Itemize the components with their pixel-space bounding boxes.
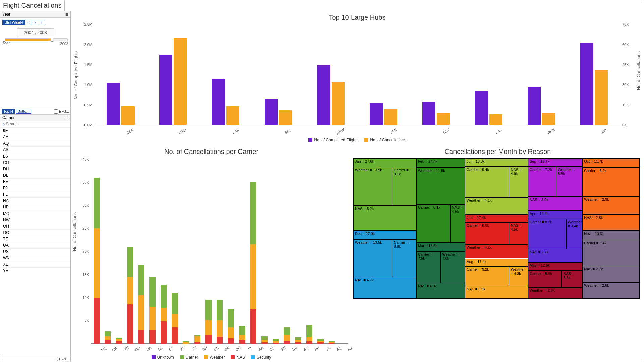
treemap-cell[interactable]: Carrier = 5.9k	[528, 270, 562, 287]
bottomn-button[interactable]: Botto...	[16, 109, 31, 114]
bar[interactable]	[183, 342, 189, 344]
bar[interactable]	[228, 309, 234, 327]
bar[interactable]	[284, 327, 290, 335]
treemap-cell[interactable]: Weather = 2.9k	[582, 196, 640, 215]
list-item[interactable]: F9	[0, 185, 70, 191]
bar[interactable]	[205, 300, 211, 320]
list-item[interactable]: B6	[0, 153, 70, 160]
treemap-cell[interactable]: NAS = 2.8k	[582, 215, 640, 230]
treemap-cell[interactable]: Carrier = 8.8k	[465, 222, 509, 244]
treemap-cell[interactable]: Carrier = 6.0k	[582, 168, 640, 196]
treemap-cell[interactable]: NAS = 2.7k	[528, 249, 582, 262]
bar[interactable]	[105, 336, 111, 340]
bar[interactable]	[161, 308, 167, 321]
treemap-cell[interactable]: Jun = 17.4k	[465, 215, 528, 223]
treemap-cell[interactable]: Carrier = 9.1k	[392, 167, 416, 206]
bar[interactable]	[528, 87, 541, 125]
bar[interactable]	[250, 244, 256, 309]
menu-icon[interactable]: ☰	[65, 13, 68, 16]
bar[interactable]	[205, 320, 211, 335]
treemap-cell[interactable]: Weather = 4.3k	[509, 266, 528, 286]
bar[interactable]	[94, 298, 100, 344]
treemap-cell[interactable]: Dec = 27.0k	[353, 231, 416, 239]
bar[interactable]	[250, 182, 256, 245]
treemap-cell[interactable]: Feb = 24.4k	[416, 158, 465, 168]
bar[interactable]	[116, 339, 122, 341]
treemap-cell[interactable]: Weather = 13.5k	[353, 239, 392, 277]
treemap-cell[interactable]: Weather = 5.5k	[556, 167, 582, 197]
bar[interactable]	[172, 327, 178, 344]
bar[interactable]	[105, 331, 111, 336]
treemap-cell[interactable]: Sep = 15.7k	[528, 158, 582, 167]
bar[interactable]	[212, 79, 225, 125]
list-item[interactable]: CO	[0, 160, 70, 166]
bar[interactable]	[116, 341, 122, 344]
bar[interactable]	[174, 38, 187, 125]
eq-button[interactable]: =	[38, 20, 44, 25]
carrier-list[interactable]: 9EAAAQASB6CODHDLEVF9FLHAHPMQNWOHOOTZUAUS…	[0, 127, 70, 356]
bar[interactable]	[261, 342, 267, 344]
bar[interactable]	[261, 340, 267, 342]
bar[interactable]	[422, 102, 435, 125]
bar[interactable]	[437, 113, 450, 125]
treemap-cell[interactable]: NAS = 2.7k	[582, 266, 640, 283]
bar[interactable]	[273, 339, 279, 341]
treemap-cell[interactable]: NAS = 3.9k	[465, 286, 528, 299]
bar[interactable]	[149, 307, 155, 330]
treemap-cell[interactable]: Mar = 18.5k	[416, 243, 465, 252]
treemap-cell[interactable]: Carrier = 8.8k	[392, 239, 416, 277]
treemap-cell[interactable]: Oct = 11.7k	[582, 158, 640, 168]
treemap-cell[interactable]: Carrier = 5.4k	[582, 240, 640, 266]
bar[interactable]	[127, 277, 133, 305]
bar[interactable]	[329, 343, 335, 344]
bar[interactable]	[239, 340, 245, 344]
bar[interactable]	[273, 343, 279, 344]
bar[interactable]	[205, 335, 211, 344]
treemap-cell[interactable]: May = 12.6k	[528, 262, 582, 270]
bar[interactable]	[595, 70, 608, 125]
list-item[interactable]: OO	[0, 230, 70, 236]
treemap-cell[interactable]: Apr = 14.4k	[528, 210, 582, 219]
list-item[interactable]: TZ	[0, 236, 70, 242]
bar[interactable]	[250, 309, 256, 344]
treemap-cell[interactable]: Aug = 17.4k	[465, 259, 528, 267]
treemap-cell[interactable]: NAS = 4.9k	[509, 167, 528, 197]
bar[interactable]	[116, 338, 122, 339]
treemap-cell[interactable]: NAS = 3.8k	[562, 270, 583, 287]
bar[interactable]	[295, 337, 301, 340]
bar[interactable]	[261, 336, 267, 340]
bar[interactable]	[489, 114, 502, 125]
bar[interactable]	[317, 65, 330, 125]
list-item[interactable]: US	[0, 249, 70, 255]
bar[interactable]	[284, 341, 290, 344]
bar[interactable]	[317, 339, 323, 341]
list-item[interactable]: AQ	[0, 140, 70, 147]
bar[interactable]	[580, 43, 593, 125]
treemap-cell[interactable]: Weather = 3.4k	[566, 219, 583, 249]
bar[interactable]	[127, 247, 133, 277]
bar[interactable]	[194, 336, 200, 342]
bar[interactable]	[149, 330, 155, 344]
treemap-cell[interactable]: Weather = 2.6k	[582, 282, 640, 299]
bar[interactable]	[127, 304, 133, 344]
bar[interactable]	[226, 106, 239, 125]
menu-icon[interactable]: ☰	[65, 116, 68, 120]
bar[interactable]	[295, 340, 301, 342]
bar[interactable]	[94, 178, 100, 228]
treemap-cell[interactable]: NAS = 4.0k	[416, 283, 465, 299]
between-button[interactable]: BETWEEN	[3, 20, 25, 25]
bar[interactable]	[138, 295, 144, 330]
bar[interactable]	[194, 342, 200, 344]
treemap-cell[interactable]: Weather = 2.8k	[528, 287, 582, 299]
treemap-cell[interactable]: Carrier = 8.1k	[416, 204, 450, 242]
list-item[interactable]: NW	[0, 217, 70, 223]
list-item[interactable]: WN	[0, 255, 70, 261]
exclude-carrier-check[interactable]: Excl...	[54, 357, 69, 361]
bar[interactable]	[265, 99, 278, 125]
bar[interactable]	[149, 277, 155, 307]
bar[interactable]	[542, 113, 555, 125]
treemap-cell[interactable]: NAS = 3.0k	[528, 197, 582, 210]
bar[interactable]	[172, 293, 178, 314]
bar[interactable]	[183, 341, 189, 342]
treemap-cell[interactable]: Weather = 4.2k	[465, 244, 528, 258]
